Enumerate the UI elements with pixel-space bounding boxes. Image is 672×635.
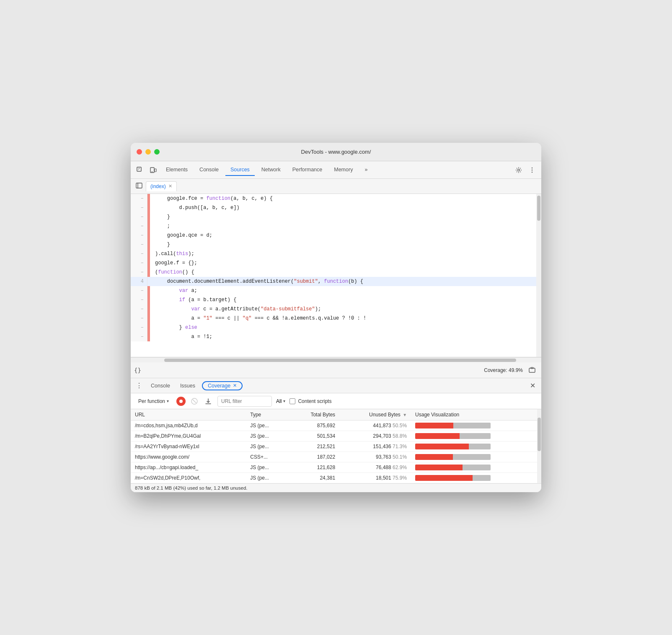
- table-scrollbar-thumb: [538, 418, 541, 451]
- url-filter-input[interactable]: [217, 396, 272, 407]
- settings-button[interactable]: [513, 165, 525, 175]
- bottom-toolbar: {} Coverage: 49.9%: [131, 362, 541, 378]
- tab-issues-bottom[interactable]: Issues: [177, 381, 199, 390]
- all-filter[interactable]: All ▾: [276, 398, 285, 404]
- source-tab-label: (index): [150, 183, 166, 189]
- table-scrollbar[interactable]: [537, 409, 541, 483]
- tab-sources[interactable]: Sources: [225, 164, 255, 176]
- table-header-row: URL Type Total Bytes Unused Bytes ▼: [131, 409, 541, 421]
- coverage-controls: Per function ▾ All ▾: [131, 393, 541, 409]
- code-line: – } else: [131, 323, 536, 332]
- col-unused-bytes[interactable]: Unused Bytes ▼: [339, 409, 411, 421]
- minimize-button[interactable]: [145, 149, 151, 155]
- more-options-button[interactable]: [526, 165, 538, 175]
- content-scripts-label[interactable]: Content scripts: [289, 398, 331, 404]
- code-line: – if (a = b.target) {: [131, 295, 536, 305]
- col-type[interactable]: Type: [246, 409, 288, 421]
- code-line: – d.push([a, b, c, e]): [131, 203, 536, 212]
- code-line: – (function() {: [131, 268, 536, 277]
- code-scrollbar-horizontal[interactable]: [131, 357, 541, 362]
- col-usage-visualization[interactable]: Usage Visualization: [411, 409, 541, 421]
- js-icon: {}: [134, 367, 141, 374]
- sidebar-icon: [136, 182, 142, 189]
- cursor-icon: [137, 167, 143, 173]
- cell-total-bytes: 24,381: [288, 473, 339, 483]
- table-row[interactable]: /m=cdos,hsm,jsa,mb4ZUb,d JS (pe... 875,6…: [131, 421, 541, 431]
- toggle-sidebar-button[interactable]: [134, 181, 144, 192]
- cell-total-bytes: 501,534: [288, 431, 339, 441]
- bottom-toolbar-left: {}: [134, 367, 141, 374]
- gear-icon: [515, 167, 522, 173]
- per-function-label: Per function: [138, 398, 165, 404]
- filter-chevron-icon: ▾: [283, 399, 285, 403]
- tab-console-bottom[interactable]: Console: [147, 381, 173, 390]
- tab-network[interactable]: Network: [256, 164, 286, 176]
- table-row[interactable]: /rs=AA2YrTvBynad-nWEy1xl JS (pe... 212,5…: [131, 441, 541, 452]
- download-button[interactable]: [203, 396, 213, 406]
- close-bottom-panel-button[interactable]: ✕: [527, 381, 538, 390]
- svg-point-4: [518, 169, 520, 171]
- window-title: DevTools - www.google.com/: [301, 149, 371, 155]
- cell-unused-bytes: 93,763 50.1%: [339, 452, 411, 462]
- tab-console[interactable]: Console: [194, 164, 224, 176]
- bottom-panel: {} Coverage: 49.9% ⋮ Console Issues Cove…: [131, 362, 541, 492]
- cell-type: JS (pe...: [246, 421, 288, 431]
- main-toolbar: Elements Console Sources Network Perform…: [131, 161, 541, 179]
- code-content[interactable]: – google.fce = function(a, b, c, e) { – …: [131, 194, 536, 357]
- col-total-bytes[interactable]: Total Bytes: [288, 409, 339, 421]
- code-line: – google.qce = d;: [131, 231, 536, 240]
- cell-unused-bytes: 441,873 50.5%: [339, 421, 411, 431]
- coverage-menu-button[interactable]: ⋮: [134, 381, 144, 390]
- table-row[interactable]: /m=CnSW2d,DPreE,P10Owf, JS (pe... 24,381…: [131, 473, 541, 483]
- cell-total-bytes: 121,628: [288, 462, 339, 473]
- cell-url: /m=B2qlPe,DhPYme,GU4Gal: [131, 431, 246, 441]
- table-row[interactable]: /m=B2qlPe,DhPYme,GU4Gal JS (pe... 501,53…: [131, 431, 541, 441]
- per-function-button[interactable]: Per function ▾: [135, 397, 172, 406]
- content-scripts-checkbox[interactable]: [289, 398, 295, 404]
- tab-elements[interactable]: Elements: [161, 164, 193, 176]
- traffic-lights: [137, 149, 160, 155]
- cell-type: CSS+...: [246, 452, 288, 462]
- col-url[interactable]: URL: [131, 409, 246, 421]
- devtools-window: DevTools - www.google.com/ Elements Cons…: [131, 143, 541, 492]
- titlebar: DevTools - www.google.com/: [131, 143, 541, 161]
- close-button[interactable]: [137, 149, 142, 155]
- cell-unused-bytes: 294,703 58.8%: [339, 431, 411, 441]
- cell-url: /m=cdos,hsm,jsa,mb4ZUb,d: [131, 421, 246, 431]
- tab-more[interactable]: »: [359, 164, 372, 176]
- download-icon: [205, 398, 212, 405]
- tab-performance[interactable]: Performance: [287, 164, 328, 176]
- screenshot-button[interactable]: [526, 365, 538, 375]
- device-toolbar-button[interactable]: [147, 165, 159, 175]
- stop-icon: [191, 398, 198, 405]
- tab-memory[interactable]: Memory: [329, 164, 358, 176]
- table-row[interactable]: https://ap.../cb=gapi.loaded_ JS (pe... …: [131, 462, 541, 473]
- stop-button[interactable]: [190, 397, 199, 406]
- screenshot-icon: [529, 367, 535, 374]
- cell-total-bytes: 875,692: [288, 421, 339, 431]
- status-text: 878 kB of 2.1 MB (42%) used so far, 1.2 …: [135, 485, 247, 490]
- code-scrollbar-vertical[interactable]: [536, 194, 541, 357]
- table-row[interactable]: https://www.google.com/ CSS+... 187,022 …: [131, 452, 541, 462]
- scrollbar-thumb-h: [164, 359, 516, 362]
- cell-usage-visualization: [411, 462, 541, 473]
- record-button[interactable]: [176, 397, 186, 406]
- cell-type: JS (pe...: [246, 441, 288, 452]
- maximize-button[interactable]: [154, 149, 160, 155]
- table-header: URL Type Total Bytes Unused Bytes ▼: [131, 409, 541, 421]
- code-lines: – google.fce = function(a, b, c, e) { – …: [131, 194, 536, 341]
- inspect-element-button[interactable]: [134, 165, 146, 175]
- coverage-tab-label: Coverage: [208, 383, 230, 389]
- code-editor: – google.fce = function(a, b, c, e) { – …: [131, 194, 541, 357]
- code-line: – google.fce = function(a, b, c, e) {: [131, 194, 536, 203]
- cell-usage-visualization: [411, 421, 541, 431]
- close-coverage-tab[interactable]: ✕: [233, 383, 237, 388]
- filter-all-label: All: [276, 398, 282, 404]
- svg-point-6: [532, 169, 532, 170]
- svg-point-7: [532, 171, 532, 172]
- cell-url: /m=CnSW2d,DPreE,P10Owf,: [131, 473, 246, 483]
- svg-rect-0: [137, 167, 141, 171]
- source-file-tab[interactable]: (index) ✕: [146, 181, 177, 191]
- tab-coverage-active[interactable]: Coverage ✕: [202, 381, 243, 390]
- close-tab-button[interactable]: ✕: [168, 183, 172, 189]
